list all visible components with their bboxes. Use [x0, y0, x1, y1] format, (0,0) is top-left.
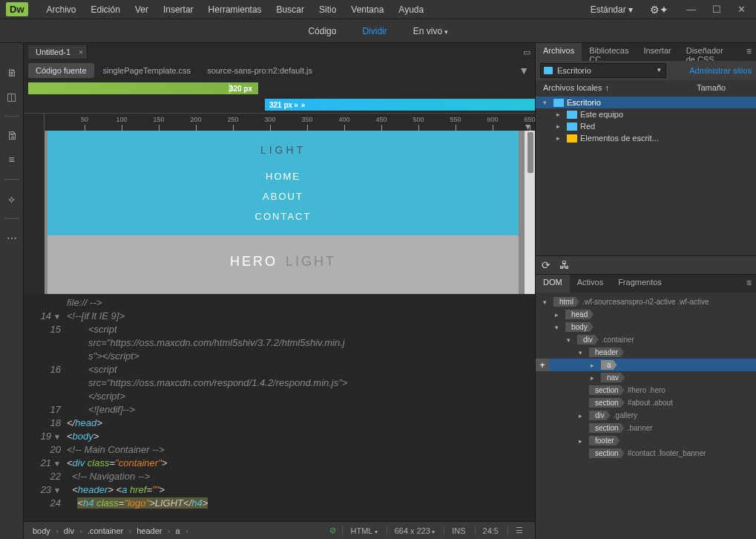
dom-tree-row[interactable]: ▾body — [536, 321, 756, 333]
tab-bibliotecas[interactable]: Bibliotecas CC — [582, 43, 636, 61]
code-line[interactable]: 17 <![endif]--> — [24, 404, 535, 417]
menu-herramientas[interactable]: Herramientas — [201, 4, 269, 15]
dom-tree-row[interactable]: section.banner — [536, 422, 756, 434]
no-errors-icon[interactable]: ⊘ — [325, 526, 341, 535]
add-element-button[interactable]: + — [536, 359, 549, 371]
window-minimize[interactable]: ― — [682, 4, 700, 15]
code-line[interactable]: s"></script> — [24, 350, 535, 364]
dom-tree-row[interactable]: section#contact .footer_banner — [536, 447, 756, 460]
dom-tree-row[interactable]: ▾header — [536, 346, 756, 359]
crumb-div[interactable]: div — [59, 524, 82, 538]
dom-tree-row[interactable]: ▸div.gallery — [536, 409, 756, 422]
code-line[interactable]: 22 <!-- Navigation --> — [24, 471, 535, 484]
crumb-a[interactable]: a — [171, 524, 188, 538]
filter-icon[interactable]: ▼ — [513, 65, 535, 76]
code-line[interactable]: src="https://oss.maxcdn.com/html5shiv/3.… — [24, 337, 535, 350]
tab-activos[interactable]: Activos — [570, 275, 611, 293]
menu-ventana[interactable]: Ventana — [344, 4, 391, 15]
dom-tree-row[interactable]: ▸head — [536, 308, 756, 321]
code-line[interactable]: 21▼<div class="container"> — [24, 457, 535, 471]
menu-buscar[interactable]: Buscar — [269, 4, 312, 15]
dom-tree-row[interactable]: +▸a — [536, 359, 756, 371]
file-manage-icon[interactable]: 🗎 — [4, 65, 19, 80]
live-options-icon[interactable]: ⟡ — [4, 192, 19, 206]
site-selector[interactable]: Escritorio — [540, 63, 666, 78]
code-line[interactable]: 24 <h4 class="logo">LIGHT</h4> — [24, 497, 535, 511]
sync-settings-icon[interactable]: ⚙✦ — [644, 4, 674, 16]
sync-icon[interactable]: 🖧 — [559, 259, 570, 271]
window-close[interactable]: ✕ — [733, 4, 750, 15]
view-mode-live[interactable]: En vivo — [406, 23, 456, 39]
code-line[interactable]: 23▼ <header> <a href=""> — [24, 484, 535, 497]
menu-edicion[interactable]: Edición — [84, 4, 128, 15]
workspace-selector[interactable]: Estándar ▾ — [579, 4, 644, 15]
menu-ayuda[interactable]: Ayuda — [391, 4, 431, 15]
media-query-320[interactable]: 320 px — [28, 82, 258, 94]
file-tree-row[interactable]: ▸Elementos de escrit... — [536, 132, 756, 144]
menu-archivo[interactable]: Archivo — [39, 4, 84, 15]
css-inspect-icon[interactable]: 🖺 — [4, 128, 19, 143]
preview-scrollbar[interactable] — [525, 131, 535, 294]
status-options-icon[interactable]: ☰ — [507, 526, 530, 535]
tab-fragmentos[interactable]: Fragmentos — [611, 275, 669, 293]
code-line[interactable]: 20<!-- Main Container --> — [24, 444, 535, 457]
status-size[interactable]: 664 x 223 — [387, 526, 443, 535]
related-file-js[interactable]: source-sans-pro:n2:default.js — [200, 63, 320, 78]
code-line[interactable]: file:// --> — [24, 297, 535, 310]
close-tab-icon[interactable]: × — [79, 48, 83, 56]
menu-sitio[interactable]: Sitio — [312, 4, 344, 15]
dom-tree-row[interactable]: ▸nav — [536, 371, 756, 384]
status-insert-mode[interactable]: INS — [444, 526, 473, 535]
file-tree-row[interactable]: ▾Escritorio — [536, 97, 756, 108]
manage-sites-link[interactable]: Administrar sitios — [689, 66, 752, 75]
extract-icon[interactable]: ◫ — [4, 89, 19, 104]
dom-tree-row[interactable]: ▾div.container — [536, 333, 756, 346]
dom-tree-row[interactable]: section#about .about — [536, 396, 756, 409]
related-file-css[interactable]: singlePageTemplate.css — [96, 63, 199, 78]
dom-panel-options-icon[interactable]: ≡ — [742, 275, 756, 293]
media-query-321[interactable]: 321 px »» — [265, 99, 535, 111]
dom-tree-row[interactable]: ▸footer — [536, 434, 756, 447]
view-mode-code[interactable]: Código — [300, 23, 344, 39]
tab-archivos[interactable]: Archivos — [536, 43, 582, 61]
view-mode-split[interactable]: Dividir — [355, 23, 394, 39]
preview-nav-contact: CONTACT — [255, 211, 312, 222]
crumb-body[interactable]: body — [28, 524, 58, 538]
dom-tree-row[interactable]: ▾html.wf-sourcesanspro-n2-active .wf-act… — [536, 295, 756, 308]
file-tree-row[interactable]: ▸Este equipo — [536, 108, 756, 120]
format-icon[interactable]: ≡ — [4, 152, 19, 167]
more-tools-icon[interactable]: ⋯ — [4, 231, 19, 246]
menu-insertar[interactable]: Insertar — [156, 4, 201, 15]
file-tree-row[interactable]: ▸Red — [536, 120, 756, 132]
tab-css-designer[interactable]: Diseñador de CSS — [679, 43, 742, 61]
document-tab-bar: Untitled-1 × ▭ — [24, 43, 535, 61]
crumb-container[interactable]: .container — [83, 524, 131, 538]
view-mode-bar: Código Dividir En vivo — [0, 19, 756, 43]
code-line[interactable]: 16 <script — [24, 364, 535, 377]
menu-ver[interactable]: Ver — [128, 4, 156, 15]
code-line[interactable]: src="https://oss.maxcdn.com/respond/1.4.… — [24, 377, 535, 391]
status-lang[interactable]: HTML — [342, 526, 384, 535]
code-line[interactable]: 18</head> — [24, 417, 535, 431]
document-tab[interactable]: Untitled-1 × — [28, 45, 88, 59]
column-size[interactable]: Tamaño — [697, 83, 749, 92]
window-maximize[interactable]: ☐ — [708, 4, 726, 15]
code-editor[interactable]: file:// -->14▼<!--[if lt IE 9]>15 <scrip… — [24, 294, 535, 521]
preview-canvas[interactable]: LIGHT HOME ABOUT CONTACT HERO LIGHT — [47, 131, 519, 294]
refresh-icon[interactable]: ⟳ — [542, 259, 550, 271]
code-line[interactable]: 15 <script — [24, 324, 535, 337]
media-query-bar-2: 321 px »» — [24, 97, 535, 113]
tab-dom[interactable]: DOM — [536, 275, 570, 293]
crumb-header[interactable]: header — [132, 524, 169, 538]
dom-tree-row[interactable]: section#hero .hero — [536, 384, 756, 396]
tab-insertar[interactable]: Insertar — [636, 43, 678, 61]
code-line[interactable]: 19▼<body> — [24, 431, 535, 444]
live-preview-pane: LIGHT HOME ABOUT CONTACT HERO LIGHT — [24, 131, 535, 294]
files-panel-options-icon[interactable]: ≡ — [742, 43, 756, 61]
sort-up-icon[interactable]: ↑ — [605, 83, 609, 92]
doc-options-icon[interactable]: ▭ — [519, 48, 535, 57]
code-line[interactable]: </script> — [24, 391, 535, 404]
code-line[interactable]: 14▼<!--[if lt IE 9]> — [24, 310, 535, 324]
source-code-button[interactable]: Código fuente — [28, 63, 94, 78]
right-panels: Archivos Bibliotecas CC Insertar Diseñad… — [535, 43, 756, 539]
